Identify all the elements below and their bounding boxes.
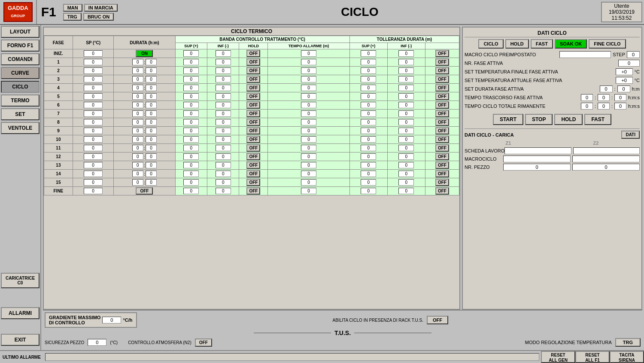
sup-tol-7[interactable]: [349, 110, 387, 118]
sup-tol-0[interactable]: [349, 49, 387, 58]
hold-14[interactable]: OFF: [239, 170, 268, 178]
inf-tol-1[interactable]: [387, 58, 425, 67]
tol-off-8[interactable]: OFF: [425, 118, 459, 127]
inf-banda-13[interactable]: [207, 161, 239, 170]
sup-banda-12[interactable]: [175, 153, 207, 161]
hold-11[interactable]: OFF: [239, 144, 268, 153]
inf-banda-11[interactable]: [207, 144, 239, 153]
inf-tol-0[interactable]: [387, 49, 425, 58]
hold-13[interactable]: OFF: [239, 161, 268, 170]
sup-tol-12[interactable]: [349, 153, 387, 161]
sup-tol-6[interactable]: [349, 101, 387, 110]
sup-banda-10[interactable]: [175, 135, 207, 144]
tol-off-12[interactable]: OFF: [425, 153, 459, 161]
durata-3[interactable]: :: [114, 75, 175, 84]
sup-banda-7[interactable]: [175, 110, 207, 118]
durata-5[interactable]: :: [114, 92, 175, 101]
macrociclo-z2-input[interactable]: [572, 156, 640, 162]
sup-tol-16[interactable]: [349, 187, 387, 195]
tempo-trascorso-m[interactable]: [598, 94, 610, 101]
durata-4[interactable]: :: [114, 84, 175, 92]
tol-off-2[interactable]: OFF: [425, 67, 459, 75]
tempo-allarme-14[interactable]: [268, 170, 349, 178]
stop-button[interactable]: STOP: [525, 114, 553, 125]
sup-banda-0[interactable]: [175, 49, 207, 58]
sp-1[interactable]: [73, 58, 113, 67]
tempo-allarme-13[interactable]: [268, 161, 349, 170]
nr-pezzo-z2-input[interactable]: 0: [572, 164, 640, 171]
hold-16[interactable]: OFF: [239, 187, 268, 195]
tol-off-0[interactable]: OFF: [425, 49, 459, 58]
sup-banda-13[interactable]: [175, 161, 207, 170]
macrociclo-z1-input[interactable]: [503, 156, 571, 162]
durata-6[interactable]: :: [114, 101, 175, 110]
durata-10[interactable]: :: [114, 135, 175, 144]
tol-off-9[interactable]: OFF: [425, 127, 459, 135]
tempo-allarme-4[interactable]: [268, 84, 349, 92]
modo-trg-button[interactable]: TRG: [615, 338, 641, 347]
tempo-allarme-15[interactable]: [268, 178, 349, 187]
tempo-allarme-10[interactable]: [268, 135, 349, 144]
durata-8[interactable]: :: [114, 118, 175, 127]
sidebar-item-curve[interactable]: CURVE: [1, 67, 39, 79]
durata-0[interactable]: ON: [114, 49, 175, 58]
inf-tol-2[interactable]: [387, 67, 425, 75]
sidebar-item-forno[interactable]: FORNO F1: [1, 40, 39, 52]
durata-2[interactable]: :: [114, 67, 175, 75]
sup-banda-6[interactable]: [175, 101, 207, 110]
sp-5[interactable]: [73, 92, 113, 101]
sidebar-item-set[interactable]: SET: [1, 108, 39, 120]
sidebar-item-caricatrice[interactable]: CARICATRICE C0: [1, 273, 39, 288]
hold-2[interactable]: OFF: [239, 67, 268, 75]
inf-banda-14[interactable]: [207, 170, 239, 178]
fast-button[interactable]: FAST: [531, 39, 553, 49]
reset-all-gen-button[interactable]: RESET ALL GEN: [541, 351, 575, 363]
hold-4[interactable]: OFF: [239, 84, 268, 92]
sp-16[interactable]: [73, 187, 113, 195]
sup-banda-8[interactable]: [175, 118, 207, 127]
sup-banda-11[interactable]: [175, 144, 207, 153]
hold-8[interactable]: OFF: [239, 118, 268, 127]
sp-6[interactable]: [73, 101, 113, 110]
durata-1[interactable]: :: [114, 58, 175, 67]
tempo-ciclo-s[interactable]: [614, 103, 626, 110]
hold-button[interactable]: HOLD: [505, 39, 529, 49]
inf-banda-4[interactable]: [207, 84, 239, 92]
sp-7[interactable]: [73, 110, 113, 118]
inf-banda-1[interactable]: [207, 58, 239, 67]
sp-13[interactable]: [73, 161, 113, 170]
sidebar-item-allarmi[interactable]: ALLARMI: [1, 307, 39, 319]
sidebar-item-exit[interactable]: EXIT: [1, 334, 39, 346]
sp-4[interactable]: [73, 84, 113, 92]
step-input[interactable]: [627, 51, 640, 58]
hold-10[interactable]: OFF: [239, 135, 268, 144]
sp-2[interactable]: [73, 67, 113, 75]
controllo-toggle[interactable]: OFF: [195, 339, 212, 347]
tempo-allarme-2[interactable]: [268, 67, 349, 75]
sup-banda-3[interactable]: [175, 75, 207, 84]
hold-1[interactable]: OFF: [239, 58, 268, 67]
inf-tol-9[interactable]: [387, 127, 425, 135]
tempo-allarme-11[interactable]: [268, 144, 349, 153]
durata-13[interactable]: :: [114, 161, 175, 170]
tempo-trascorso-h[interactable]: [581, 94, 593, 101]
sup-tol-2[interactable]: [349, 67, 387, 75]
durata-11[interactable]: :: [114, 144, 175, 153]
inf-banda-8[interactable]: [207, 118, 239, 127]
sup-tol-9[interactable]: [349, 127, 387, 135]
durata-14[interactable]: :: [114, 170, 175, 178]
sidebar-item-comandi[interactable]: COMANDI: [1, 53, 39, 65]
tol-off-6[interactable]: OFF: [425, 101, 459, 110]
durata-16[interactable]: OFF: [114, 187, 175, 195]
inf-tol-14[interactable]: [387, 170, 425, 178]
tol-off-14[interactable]: OFF: [425, 170, 459, 178]
durata-7[interactable]: :: [114, 110, 175, 118]
sup-tol-10[interactable]: [349, 135, 387, 144]
sp-0[interactable]: [73, 49, 113, 58]
inf-tol-8[interactable]: [387, 118, 425, 127]
tempo-ciclo-m[interactable]: [598, 103, 610, 110]
inf-banda-2[interactable]: [207, 67, 239, 75]
inf-tol-10[interactable]: [387, 135, 425, 144]
inf-banda-15[interactable]: [207, 178, 239, 187]
hold-15[interactable]: OFF: [239, 178, 268, 187]
